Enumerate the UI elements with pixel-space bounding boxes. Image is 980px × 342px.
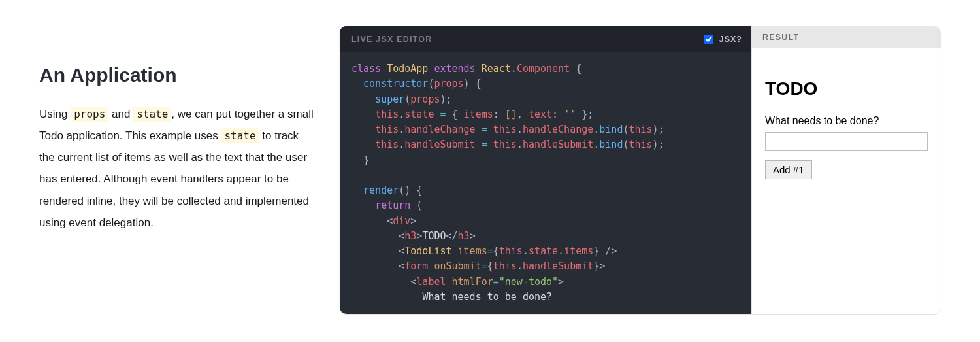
live-example: LIVE JSX EDITOR JSX? class TodoApp exten… xyxy=(340,26,941,314)
empty-string: '' xyxy=(564,109,576,120)
constructor: constructor xyxy=(363,78,428,90)
tag-label: label xyxy=(416,276,446,288)
attr-items: items xyxy=(458,245,487,257)
this: this xyxy=(375,139,399,150)
this: this xyxy=(493,260,517,272)
items-key: items xyxy=(464,109,493,120)
this: this xyxy=(493,139,517,150)
inline-code-props: props xyxy=(71,107,108,122)
editor-title: LIVE JSX EDITOR xyxy=(351,35,432,44)
jsx-toggle[interactable]: JSX? xyxy=(702,33,742,46)
this: this xyxy=(493,124,517,135)
items-prop: items xyxy=(564,245,593,257)
kw-extends: extends xyxy=(434,63,475,75)
code-editor: LIVE JSX EDITOR JSX? class TodoApp exten… xyxy=(340,26,751,314)
inline-code-state: state xyxy=(133,107,171,122)
props-arg: props xyxy=(410,94,440,105)
this: this xyxy=(629,124,652,135)
state-prop: state xyxy=(529,245,558,257)
bind: bind xyxy=(599,124,623,135)
tag-form: form xyxy=(404,260,428,272)
tag-div: div xyxy=(393,215,410,227)
label-text: What needs to be done? xyxy=(422,291,552,303)
hchange: handleChange xyxy=(404,124,475,135)
explanation: An Application Using props and state, we… xyxy=(39,26,314,233)
tag-h3: h3 xyxy=(404,230,416,242)
text: Using xyxy=(39,108,71,120)
jsx-checkbox[interactable] xyxy=(704,35,713,44)
this: this xyxy=(375,109,399,120)
hchange: handleChange xyxy=(523,124,593,135)
text: to track the current list of items as we… xyxy=(39,129,309,229)
attr-onsubmit: onSubmit xyxy=(434,260,481,272)
tag-h3: h3 xyxy=(458,230,470,242)
inline-code-state: state xyxy=(221,128,259,143)
jsx-toggle-label: JSX? xyxy=(719,35,742,44)
hsubmit: handleSubmit xyxy=(523,139,593,150)
state-prop: state xyxy=(404,109,434,120)
component-ident: Component xyxy=(517,63,570,75)
text: and xyxy=(108,108,133,120)
this: this xyxy=(629,139,652,150)
kw-class: class xyxy=(351,63,381,75)
this: this xyxy=(375,124,399,135)
tag-todolist: TodoList xyxy=(404,245,451,257)
todo-heading: TODO xyxy=(765,78,928,99)
props-param: props xyxy=(434,78,463,90)
text-key: text xyxy=(529,109,552,120)
bind: bind xyxy=(599,139,623,150)
result-header: RESULT xyxy=(752,26,941,48)
todo-text: TODO xyxy=(422,230,446,242)
react-ident: React xyxy=(482,63,511,75)
section-paragraph: Using props and state, we can put togeth… xyxy=(39,103,314,233)
result-body: TODO What needs to be done? Add #1 xyxy=(752,48,941,192)
code-area[interactable]: class TodoApp extends React.Component { … xyxy=(340,52,751,314)
result-panel: RESULT TODO What needs to be done? Add #… xyxy=(751,26,941,314)
super-call: super xyxy=(375,94,404,105)
add-button[interactable]: Add #1 xyxy=(765,160,812,179)
render: render xyxy=(363,184,399,196)
todo-input-label: What needs to be done? xyxy=(765,115,928,127)
section-heading: An Application xyxy=(39,64,314,86)
hsubmit: handleSubmit xyxy=(523,260,593,272)
editor-header: LIVE JSX EDITOR JSX? xyxy=(340,26,751,52)
new-todo-str: "new-todo" xyxy=(499,276,558,288)
kw-return: return xyxy=(375,199,410,211)
todo-input[interactable] xyxy=(765,132,928,151)
attr-htmlfor: htmlFor xyxy=(452,276,493,288)
this: this xyxy=(499,245,523,257)
hsubmit: handleSubmit xyxy=(404,139,475,150)
class-name: TodoApp xyxy=(387,63,428,75)
